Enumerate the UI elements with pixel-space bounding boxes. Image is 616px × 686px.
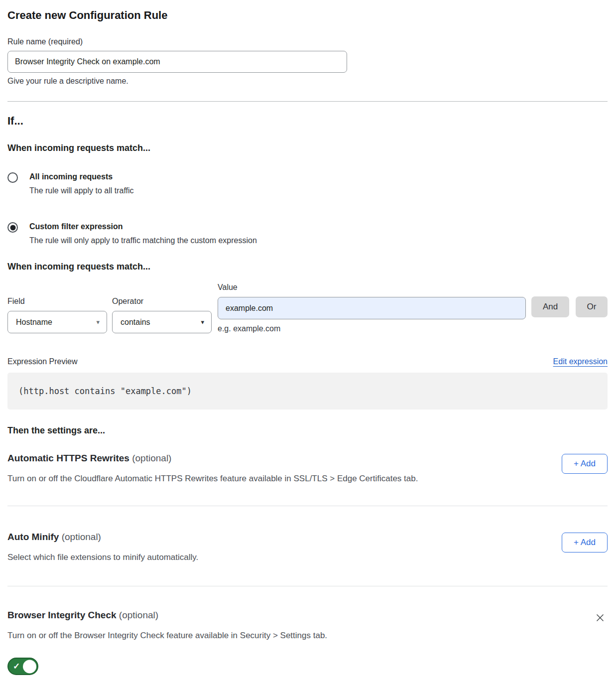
section-title: Auto Minify [7,532,59,542]
expression-builder-row: Field Hostname ▾ Operator contains ▾ Val… [7,283,608,333]
operator-select-value: contains [121,318,150,327]
expression-preview-label: Expression Preview [7,357,78,366]
radio-option-custom-filter[interactable]: Custom filter expression The rule will o… [7,221,608,246]
section-title: Automatic HTTPS Rewrites [7,453,129,463]
expression-preview-code: (http.host contains "example.com") [7,373,608,410]
section-optional-tag: (optional) [62,532,101,542]
rule-name-help: Give your rule a descriptive name. [7,77,608,86]
close-icon [595,612,606,623]
section-optional-tag: (optional) [132,453,171,463]
browser-integrity-check-toggle[interactable]: ✓ [7,658,38,675]
if-heading: If... [7,115,608,128]
section-description: Turn on or off the Cloudflare Automatic … [7,473,418,484]
value-help: e.g. example.com [218,324,526,333]
match-subheading: When incoming requests match... [7,143,608,153]
chevron-down-icon: ▾ [201,318,204,326]
rule-name-label: Rule name (required) [7,37,608,46]
radio-unselected-icon[interactable] [7,172,18,183]
setting-section-browser-integrity-check: Browser Integrity Check (optional) Turn … [7,586,608,677]
section-optional-tag: (optional) [119,610,158,620]
rule-name-input[interactable] [7,51,347,73]
radio-description: The rule will only apply to traffic matc… [29,235,257,246]
builder-subheading: When incoming requests match... [7,262,608,272]
field-select[interactable]: Hostname ▾ [7,311,107,333]
create-configuration-rule-form: Create new Configuration Rule Rule name … [0,8,616,686]
radio-description: The rule will apply to all traffic [29,185,134,196]
check-icon: ✓ [13,661,20,672]
chevron-down-icon: ▾ [96,318,100,326]
section-description: Turn on or off the Browser Integrity Che… [7,630,327,641]
value-input[interactable] [218,297,526,319]
remove-setting-button[interactable] [593,610,608,625]
section-divider [7,101,608,102]
settings-heading: Then the settings are... [7,425,608,436]
expression-preview-header: Expression Preview Edit expression [7,357,608,366]
add-auto-minify-button[interactable]: + Add [562,533,608,552]
radio-label: All incoming requests [29,171,134,182]
or-button[interactable]: Or [576,296,608,317]
field-select-value: Hostname [16,318,52,327]
page-title: Create new Configuration Rule [7,8,608,22]
field-label: Field [7,297,112,306]
radio-label: Custom filter expression [29,221,257,232]
operator-label: Operator [112,297,218,306]
and-button[interactable]: And [531,296,569,317]
edit-expression-link[interactable]: Edit expression [553,357,608,366]
setting-section-automatic-https-rewrites: Automatic HTTPS Rewrites (optional) Turn… [7,436,608,506]
toggle-knob [23,660,36,673]
section-description: Select which file extensions to minify a… [7,551,198,563]
add-automatic-https-rewrites-button[interactable]: + Add [562,454,608,474]
radio-selected-icon[interactable] [7,222,18,233]
radio-option-all-requests[interactable]: All incoming requests The rule will appl… [7,171,608,196]
value-label: Value [218,283,526,292]
setting-section-auto-minify: Auto Minify (optional) Select which file… [7,506,608,586]
operator-select[interactable]: contains ▾ [112,311,212,333]
section-title: Browser Integrity Check [7,610,117,620]
